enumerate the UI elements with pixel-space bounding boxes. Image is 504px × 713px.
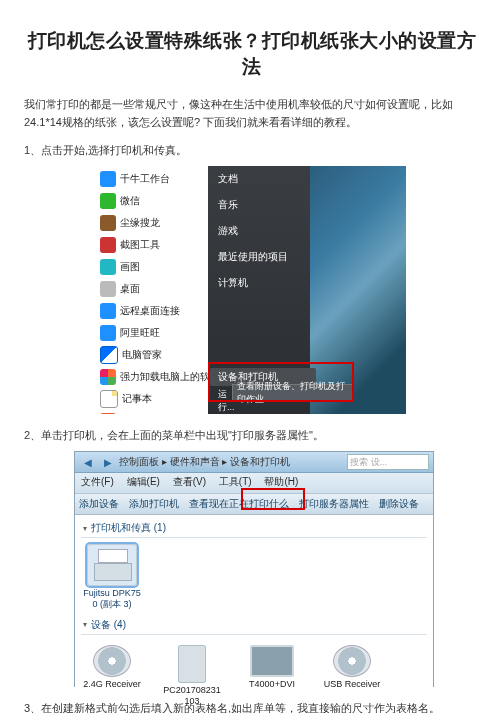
toolbar-remove-device[interactable]: 删除设备 — [379, 497, 419, 511]
device-label: Fujitsu DPK750 (副本 3) — [83, 588, 141, 610]
device-label: USB Receiver — [323, 679, 381, 690]
menu-item[interactable]: 文档 — [208, 166, 310, 192]
printer-icon — [87, 544, 137, 586]
menu-item[interactable]: 最近使用的项目 — [208, 244, 310, 270]
menu-file[interactable]: 文件(F) — [81, 476, 114, 487]
highlight-rectangle — [208, 362, 354, 402]
device-label: T4000+DVI — [243, 679, 301, 690]
menu-view[interactable]: 查看(V) — [173, 476, 206, 487]
group-header-devices[interactable]: 设备 (4) — [91, 618, 126, 632]
menu-item[interactable]: 音乐 — [208, 192, 310, 218]
step-2: 2、单击打印机，会在上面的菜单栏中出现"打印服务器属性"。 — [24, 428, 480, 443]
menu-item[interactable]: 记事本 — [122, 392, 152, 406]
device-item[interactable]: USB Receiver — [323, 641, 381, 707]
device-item[interactable]: 2.4G Receiver — [83, 641, 141, 707]
device-item[interactable]: T4000+DVI — [243, 641, 301, 707]
menu-item[interactable]: 截图工具 — [120, 238, 160, 252]
toolbar-add-printer[interactable]: 添加打印机 — [129, 497, 179, 511]
forward-button[interactable]: ▶ — [99, 454, 117, 470]
device-item[interactable]: PC201708231103 — [163, 641, 221, 707]
menu-item[interactable]: 电脑管家 — [122, 348, 162, 362]
screenshot-control-panel: ◀ ▶ 控制面板 ▸ 硬件和声音 ▸ 设备和打印机 搜索 设... 文件(F) … — [74, 451, 434, 687]
highlight-rectangle — [241, 488, 305, 510]
group-header-printers[interactable]: 打印机和传真 (1) — [91, 521, 166, 535]
breadcrumb[interactable]: 控制面板 ▸ 硬件和声音 ▸ 设备和打印机 — [119, 455, 343, 469]
device-label: PC201708231103 — [163, 685, 221, 707]
menu-item[interactable]: 阿里旺旺 — [120, 326, 160, 340]
toolbar-add-device[interactable]: 添加设备 — [79, 497, 119, 511]
menu-edit[interactable]: 编辑(E) — [127, 476, 160, 487]
menu-item[interactable]: 游戏 — [208, 218, 310, 244]
page-title: 打印机怎么设置特殊纸张？打印机纸张大小的设置方法 — [24, 28, 480, 80]
receiver-icon — [333, 645, 371, 677]
toolbar-print-server-properties[interactable]: 打印服务器属性 — [299, 497, 369, 511]
device-printer[interactable]: Fujitsu DPK750 (副本 3) — [83, 544, 141, 610]
menu-item[interactable]: 千牛工作台 — [120, 172, 170, 186]
menu-item[interactable]: 微信 — [120, 194, 140, 208]
monitor-icon — [250, 645, 294, 677]
step-1: 1、点击开始,选择打印机和传真。 — [24, 143, 480, 158]
menu-item[interactable]: 尘缘搜龙 — [120, 216, 160, 230]
menu-tools[interactable]: 工具(T) — [219, 476, 252, 487]
search-input[interactable]: 搜索 设... — [347, 454, 429, 470]
menu-help[interactable]: 帮助(H) — [264, 476, 298, 487]
screenshot-start-menu: 千牛工作台 微信 尘缘搜龙 截图工具 画图 桌面 远程桌面连接 阿里旺旺 电脑管… — [96, 166, 406, 414]
menu-item[interactable]: 远程桌面连接 — [120, 304, 180, 318]
back-button[interactable]: ◀ — [79, 454, 97, 470]
menu-item[interactable]: 计算机 — [208, 270, 310, 296]
device-label: 2.4G Receiver — [83, 679, 141, 690]
menu-item[interactable]: 画图 — [120, 260, 140, 274]
receiver-icon — [93, 645, 131, 677]
intro-paragraph: 我们常打印的都是一些常规尺寸，像这种在生活中使用机率较低的尺寸如何设置呢，比如2… — [24, 96, 480, 131]
pc-icon — [178, 645, 206, 683]
menu-item[interactable]: 强力卸载电脑上的软件 — [120, 370, 220, 384]
menu-item[interactable]: 桌面 — [120, 282, 140, 296]
